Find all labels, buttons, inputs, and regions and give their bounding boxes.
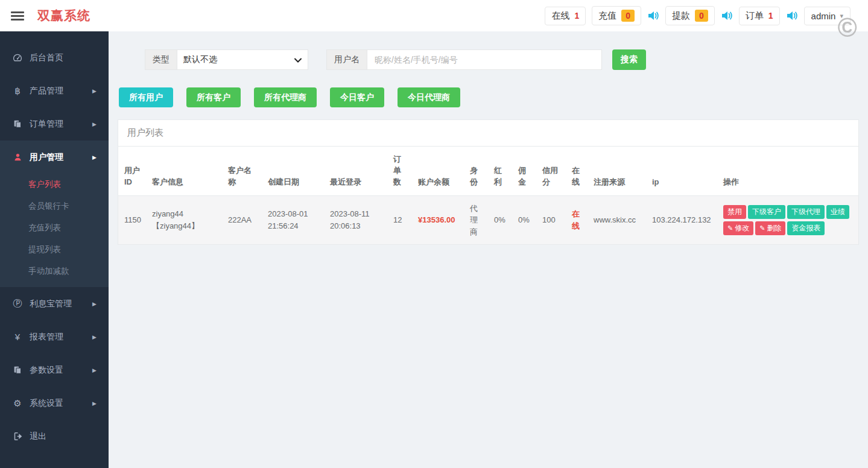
pencil-icon: ✎ bbox=[759, 224, 765, 232]
caret-right-icon: ▶ bbox=[92, 88, 97, 94]
col-balance: 账户余额 bbox=[413, 147, 465, 195]
pencil-icon: ✎ bbox=[727, 224, 733, 232]
stat-withdraw-label: 提款 bbox=[672, 10, 690, 22]
filter-row: 类型 默认不选 用户名 搜索 bbox=[145, 49, 859, 70]
cell-credit: 100 bbox=[537, 195, 567, 244]
sidebar-group-users: 用户管理 ▶ 客户列表 会员银行卡 充值列表 提现列表 手动加减款 bbox=[0, 141, 109, 287]
sidebar-item-label: 参数设置 bbox=[30, 365, 63, 376]
main-content: 类型 默认不选 用户名 搜索 所有用户 所有客户 所有代理商 今日客户 今日代理… bbox=[109, 31, 868, 468]
username-input[interactable] bbox=[367, 49, 602, 70]
type-filter-label: 类型 bbox=[145, 49, 177, 70]
sidebar-item-label: 报表管理 bbox=[30, 332, 63, 343]
order-speaker-icon[interactable] bbox=[786, 10, 798, 22]
sidebar-item-interest[interactable]: Ⓟ 利息宝管理 ▶ bbox=[0, 287, 109, 320]
sidebar-subitem-customer-list[interactable]: 客户列表 bbox=[0, 174, 109, 195]
cell-customer-name: 222AA bbox=[223, 195, 263, 244]
col-created-at: 创建日期 bbox=[263, 147, 325, 195]
stat-online-value: 1 bbox=[574, 11, 579, 21]
col-role: 身份 bbox=[465, 147, 489, 195]
sub-agents-button[interactable]: 下级代理 bbox=[787, 205, 825, 219]
copyright-watermark: © bbox=[838, 14, 857, 41]
stat-order-label: 订单 bbox=[746, 10, 764, 22]
sidebar-item-products[interactable]: ฿ 产品管理 ▶ bbox=[0, 74, 109, 107]
cell-customer-info: ziyang44【ziyang44】 bbox=[147, 195, 223, 244]
admin-username: admin bbox=[811, 11, 836, 21]
user-icon bbox=[11, 153, 24, 162]
files-icon bbox=[11, 365, 24, 375]
table-header-row: 用户ID 客户信息 客户名称 创建日期 最近登录 订单数 账户余额 身份 红利 … bbox=[118, 147, 858, 195]
funds-report-button[interactable]: 资金报表 bbox=[787, 221, 825, 235]
sidebar-item-users[interactable]: 用户管理 ▶ bbox=[0, 141, 109, 174]
sidebar-subitem-withdraw-list[interactable]: 提现列表 bbox=[0, 239, 109, 261]
hamburger-menu-icon[interactable] bbox=[11, 11, 24, 21]
sidebar-item-label: 退出 bbox=[30, 431, 46, 442]
cell-commission: 0% bbox=[513, 195, 537, 244]
sidebar-item-dashboard[interactable]: 后台首页 bbox=[0, 41, 109, 74]
sidebar-item-parameters[interactable]: 参数设置 ▶ bbox=[0, 353, 109, 387]
panel-title: 用户列表 bbox=[118, 120, 858, 147]
performance-button[interactable]: 业绩 bbox=[826, 205, 849, 219]
today-customers-button[interactable]: 今日客户 bbox=[330, 87, 384, 107]
stat-order: 订单 1 bbox=[739, 7, 780, 25]
top-header: 双赢系统 在线 1 充值 0 提款 0 订单 1 admin ▾ bbox=[0, 0, 868, 31]
cell-balance: ¥13536.00 bbox=[413, 195, 465, 244]
stat-withdraw: 提款 0 bbox=[665, 6, 715, 25]
col-bonus: 红利 bbox=[489, 147, 513, 195]
all-users-button[interactable]: 所有用户 bbox=[119, 87, 173, 107]
cell-created-at: 2023-08-01 21:56:24 bbox=[263, 195, 325, 244]
sidebar-item-label: 用户管理 bbox=[30, 152, 63, 163]
sign-out-icon bbox=[11, 432, 24, 441]
app-logo: 双赢系统 bbox=[37, 7, 90, 24]
type-select-value: 默认不选 bbox=[183, 54, 217, 65]
sidebar-item-logout[interactable]: 退出 bbox=[0, 420, 109, 453]
sidebar-item-system[interactable]: ⚙ 系统设置 ▶ bbox=[0, 387, 109, 420]
cell-actions: 禁用下级客户下级代理业绩✎修改✎删除资金报表 bbox=[718, 195, 858, 244]
user-list-panel: 用户列表 用户ID 客户信息 客户名称 创建日期 最近登录 订单数 账户余额 身… bbox=[118, 119, 859, 245]
stat-online: 在线 1 bbox=[545, 7, 586, 25]
cell-ip: 103.224.172.132 bbox=[647, 195, 718, 244]
sidebar-item-label: 产品管理 bbox=[30, 86, 63, 96]
cell-online-status: 在线 bbox=[567, 195, 589, 244]
col-customer-info: 客户信息 bbox=[147, 147, 223, 195]
col-reg-source: 注册来源 bbox=[589, 147, 647, 195]
sidebar-item-label: 后台首页 bbox=[30, 52, 63, 63]
all-customers-button[interactable]: 所有客户 bbox=[186, 87, 241, 107]
cell-bonus: 0% bbox=[489, 195, 513, 244]
cell-reg-source: www.skix.cc bbox=[589, 195, 647, 244]
type-select[interactable]: 默认不选 bbox=[177, 49, 308, 70]
sidebar-item-label: 利息宝管理 bbox=[30, 299, 72, 309]
all-agents-button[interactable]: 所有代理商 bbox=[254, 87, 317, 107]
cell-role: 代理商 bbox=[465, 195, 489, 244]
sidebar-subitem-member-bankcards[interactable]: 会员银行卡 bbox=[0, 195, 109, 217]
bitcoin-icon: ฿ bbox=[11, 86, 24, 96]
caret-right-icon: ▶ bbox=[92, 400, 97, 406]
caret-right-icon: ▶ bbox=[92, 301, 97, 307]
sidebar-item-reports[interactable]: ¥ 报表管理 ▶ bbox=[0, 320, 109, 353]
delete-button[interactable]: ✎删除 bbox=[755, 221, 785, 235]
stat-order-value: 1 bbox=[768, 11, 773, 21]
col-user-id: 用户ID bbox=[118, 147, 147, 195]
withdraw-speaker-icon[interactable] bbox=[721, 10, 733, 22]
caret-right-icon: ▶ bbox=[92, 334, 97, 340]
col-order-count: 订单数 bbox=[388, 147, 413, 195]
sidebar-item-orders[interactable]: 订单管理 ▶ bbox=[0, 107, 109, 141]
header-stats: 在线 1 充值 0 提款 0 订单 1 admin ▾ bbox=[545, 6, 859, 25]
stat-recharge-label: 充值 bbox=[598, 10, 616, 22]
stat-online-label: 在线 bbox=[551, 10, 569, 22]
sidebar-subitem-recharge-list[interactable]: 充值列表 bbox=[0, 217, 109, 239]
col-ip: ip bbox=[647, 147, 718, 195]
search-button[interactable]: 搜索 bbox=[612, 49, 646, 70]
edit-button[interactable]: ✎修改 bbox=[723, 221, 753, 235]
sidebar-item-label: 系统设置 bbox=[30, 398, 63, 409]
gears-icon: ⚙ bbox=[11, 398, 24, 409]
quick-filter-buttons: 所有用户 所有客户 所有代理商 今日客户 今日代理商 bbox=[119, 87, 859, 107]
stat-recharge-value: 0 bbox=[621, 10, 635, 22]
today-agents-button[interactable]: 今日代理商 bbox=[398, 87, 460, 107]
type-filter-group: 类型 默认不选 bbox=[145, 49, 308, 70]
disable-button[interactable]: 禁用 bbox=[723, 205, 746, 219]
sub-customers-button[interactable]: 下级客户 bbox=[748, 205, 785, 219]
recharge-speaker-icon[interactable] bbox=[647, 10, 659, 22]
yen-icon: ¥ bbox=[11, 332, 24, 342]
sidebar-subitem-manual-adjust[interactable]: 手动加减款 bbox=[0, 261, 109, 282]
col-credit: 信用分 bbox=[537, 147, 567, 195]
